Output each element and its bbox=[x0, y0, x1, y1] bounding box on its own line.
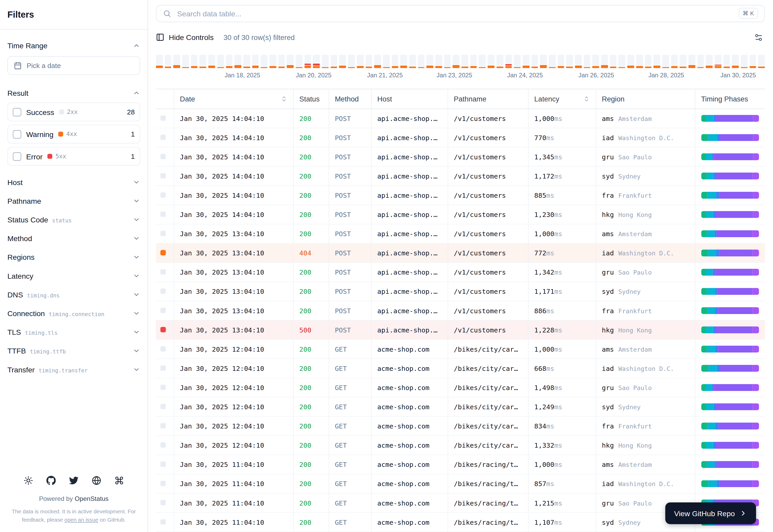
table-row[interactable]: Jan 30, 2025 14:04:10200POSTapi.acme-sho… bbox=[156, 166, 765, 186]
histogram-bar[interactable] bbox=[496, 55, 503, 68]
table-row[interactable]: Jan 30, 2025 12:04:10200GETacme-shop.com… bbox=[156, 378, 765, 397]
globe-icon[interactable] bbox=[92, 476, 101, 485]
command-icon[interactable] bbox=[114, 476, 124, 485]
histogram-bar[interactable] bbox=[453, 55, 459, 68]
table-row[interactable]: Jan 30, 2025 13:04:10500POSTapi.acme-sho… bbox=[156, 320, 765, 339]
histogram-bar[interactable] bbox=[601, 55, 608, 68]
histogram-bar[interactable] bbox=[173, 55, 180, 68]
column-header-date[interactable]: Date bbox=[174, 89, 293, 109]
filter-option-success[interactable]: Success2xx28 bbox=[8, 103, 140, 121]
filter-option-warning[interactable]: Warning4xx1 bbox=[8, 125, 140, 144]
table-row[interactable]: Jan 30, 2025 14:04:10200POSTapi.acme-sho… bbox=[156, 186, 765, 205]
theme-toggle-sun-icon[interactable] bbox=[24, 476, 33, 485]
table-row[interactable]: Jan 30, 2025 13:04:10200POSTapi.acme-sho… bbox=[156, 224, 765, 243]
histogram-bar[interactable] bbox=[435, 55, 442, 68]
histogram-bar[interactable] bbox=[470, 55, 477, 68]
histogram-bar[interactable] bbox=[200, 55, 206, 68]
view-github-repo-button[interactable]: View GitHub Repo bbox=[665, 502, 756, 524]
histogram-bar[interactable] bbox=[313, 55, 320, 68]
histogram-bar[interactable] bbox=[479, 55, 486, 68]
histogram-bar[interactable] bbox=[566, 55, 573, 68]
histogram-bar[interactable] bbox=[531, 55, 538, 68]
histogram-bar[interactable] bbox=[383, 55, 390, 68]
table-row[interactable]: Jan 30, 2025 14:04:10200POSTapi.acme-sho… bbox=[156, 147, 765, 166]
table-row[interactable]: Jan 30, 2025 13:04:10200POSTapi.acme-sho… bbox=[156, 282, 765, 301]
histogram-bar[interactable] bbox=[374, 55, 381, 68]
section-result[interactable]: Result bbox=[8, 83, 140, 103]
section-ttfb[interactable]: TTFBtiming.ttfb bbox=[8, 341, 140, 360]
histogram-bar[interactable] bbox=[252, 55, 259, 68]
histogram-bar[interactable] bbox=[156, 55, 162, 68]
table-row[interactable]: Jan 30, 2025 14:04:10200POSTapi.acme-sho… bbox=[156, 205, 765, 224]
section-dns[interactable]: DNStiming.dns bbox=[8, 285, 140, 304]
histogram-bar[interactable] bbox=[348, 55, 355, 68]
histogram-bar[interactable] bbox=[662, 55, 669, 68]
github-icon[interactable] bbox=[46, 476, 56, 485]
histogram-bar[interactable] bbox=[462, 55, 468, 68]
section-method[interactable]: Method bbox=[8, 229, 140, 248]
column-header-latency[interactable]: Latency bbox=[528, 89, 596, 109]
section-status-code[interactable]: Status Codestatus bbox=[8, 210, 140, 229]
histogram-bar[interactable] bbox=[549, 55, 555, 68]
histogram-bar[interactable] bbox=[522, 55, 529, 68]
histogram-bar[interactable] bbox=[331, 55, 337, 68]
histogram-bar[interactable] bbox=[208, 55, 215, 68]
histogram-bar[interactable] bbox=[409, 55, 416, 68]
histogram-bar[interactable] bbox=[697, 55, 704, 68]
section-pathname[interactable]: Pathname bbox=[8, 191, 140, 210]
section-time-range[interactable]: Time Range bbox=[8, 36, 140, 55]
histogram-bar[interactable] bbox=[418, 55, 425, 68]
histogram-bar[interactable] bbox=[191, 55, 198, 68]
table-row[interactable]: Jan 30, 2025 14:04:10200POSTapi.acme-sho… bbox=[156, 128, 765, 147]
histogram-bar[interactable] bbox=[514, 55, 520, 68]
histogram-bar[interactable] bbox=[269, 55, 276, 68]
histogram-bar[interactable] bbox=[278, 55, 285, 68]
histogram-bar[interactable] bbox=[487, 55, 494, 68]
histogram-bar[interactable] bbox=[322, 55, 329, 68]
histogram-bar[interactable] bbox=[357, 55, 363, 68]
table-row[interactable]: Jan 30, 2025 11:04:10200GETacme-shop.com… bbox=[156, 455, 765, 474]
histogram-bar[interactable] bbox=[636, 55, 643, 68]
hide-controls-button[interactable]: Hide Controls bbox=[156, 33, 214, 42]
histogram-bar[interactable] bbox=[339, 55, 346, 68]
table-row[interactable]: Jan 30, 2025 12:04:10200GETacme-shop.com… bbox=[156, 397, 765, 416]
histogram-bar[interactable] bbox=[444, 55, 451, 68]
table-row[interactable]: Jan 30, 2025 14:04:10200POSTapi.acme-sho… bbox=[156, 109, 765, 128]
openstatus-link[interactable]: OpenStatus bbox=[74, 495, 108, 502]
section-connection[interactable]: Connectiontiming.connection bbox=[8, 304, 140, 322]
histogram-bar[interactable] bbox=[706, 55, 713, 68]
histogram-bar[interactable] bbox=[365, 55, 372, 68]
histogram-bar[interactable] bbox=[627, 55, 634, 68]
search-bar[interactable]: ⌘ K bbox=[156, 5, 765, 22]
sort-icon[interactable] bbox=[281, 96, 287, 102]
histogram-bar[interactable] bbox=[671, 55, 678, 68]
histogram-bar[interactable] bbox=[400, 55, 407, 68]
histogram-bar[interactable] bbox=[304, 55, 311, 68]
checkbox[interactable] bbox=[13, 152, 21, 160]
checkbox[interactable] bbox=[13, 130, 21, 138]
histogram-bar[interactable] bbox=[575, 55, 582, 68]
section-tls[interactable]: TLStiming.tls bbox=[8, 323, 140, 341]
histogram-bar[interactable] bbox=[750, 55, 756, 68]
histogram-bar[interactable] bbox=[557, 55, 564, 68]
histogram-bar[interactable] bbox=[654, 55, 660, 68]
histogram-bar[interactable] bbox=[610, 55, 617, 68]
histogram-bar[interactable] bbox=[741, 55, 748, 68]
histogram-bar[interactable] bbox=[619, 55, 626, 68]
table-row[interactable]: Jan 30, 2025 12:04:10200GETacme-shop.com… bbox=[156, 359, 765, 378]
table-row[interactable]: Jan 30, 2025 12:04:10200GETacme-shop.com… bbox=[156, 339, 765, 359]
histogram-bar[interactable] bbox=[261, 55, 268, 68]
histogram-bar[interactable] bbox=[680, 55, 687, 68]
table-row[interactable]: Jan 30, 2025 13:04:10404POSTapi.acme-sho… bbox=[156, 243, 765, 263]
search-input[interactable] bbox=[176, 9, 734, 18]
table-row[interactable]: Jan 30, 2025 11:04:10200GETacme-shop.com… bbox=[156, 474, 765, 493]
date-picker-button[interactable]: Pick a date bbox=[8, 56, 140, 75]
section-transfer[interactable]: Transfertiming.transfer bbox=[8, 360, 140, 379]
histogram-bar[interactable] bbox=[182, 55, 189, 68]
histogram-bar[interactable] bbox=[226, 55, 233, 68]
table-row[interactable]: Jan 30, 2025 13:04:10200POSTapi.acme-sho… bbox=[156, 263, 765, 282]
section-host[interactable]: Host bbox=[8, 173, 140, 191]
histogram-bar[interactable] bbox=[723, 55, 730, 68]
open-issue-link[interactable]: open an issue bbox=[64, 517, 98, 523]
histogram-bar[interactable] bbox=[235, 55, 241, 68]
